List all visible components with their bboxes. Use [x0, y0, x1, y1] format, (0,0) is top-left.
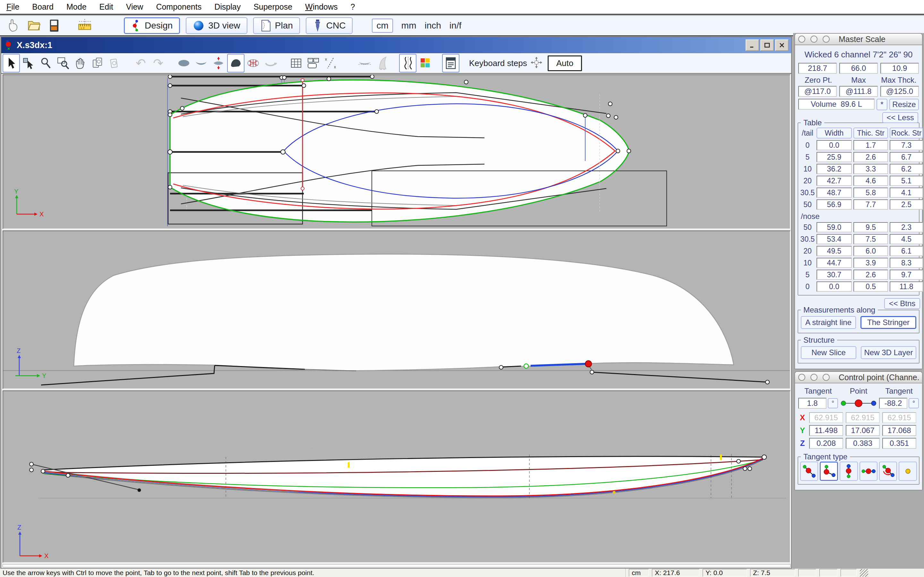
select-points-tool[interactable] — [20, 54, 37, 73]
save-icon[interactable] — [44, 17, 65, 35]
width-cell[interactable]: 0.0 — [817, 140, 852, 150]
rocker-view-tool[interactable] — [356, 54, 373, 73]
panel-toggle-tool[interactable] — [442, 54, 459, 73]
rock-cell[interactable]: 6.7 — [890, 152, 923, 162]
windows-layout-tool[interactable] — [305, 54, 322, 73]
menu-superpose[interactable]: Superpose — [254, 2, 292, 11]
flip-view-tool[interactable] — [262, 54, 279, 73]
tangent-type-continuous-button[interactable] — [800, 462, 818, 481]
unit-mm[interactable]: mm — [401, 21, 417, 31]
menu-edit[interactable]: Edit — [99, 2, 113, 11]
outline-view-tool[interactable] — [175, 54, 192, 73]
open-folder-icon[interactable] — [24, 17, 44, 35]
select-tool[interactable] — [3, 54, 20, 73]
thic-cell[interactable]: 4.6 — [853, 176, 888, 186]
max-field[interactable]: @111.8 — [839, 86, 878, 97]
thickness-field[interactable]: 10.9 — [880, 63, 919, 74]
rock-cell[interactable]: 11.8 — [890, 282, 923, 292]
measure-tool[interactable]: xx — [322, 54, 339, 73]
y-tangent-right-field[interactable]: 17.068 — [882, 425, 916, 436]
y-point-field[interactable]: 17.067 — [846, 425, 880, 436]
thic-cell[interactable]: 5.8 — [853, 187, 888, 198]
new-slice-button[interactable]: New Slice — [801, 346, 856, 359]
pan-tool[interactable] — [72, 54, 89, 73]
less-button[interactable]: << Less — [882, 112, 918, 123]
menu-mode[interactable]: Mode — [66, 2, 87, 11]
menu-file[interactable]: File — [6, 2, 19, 11]
rocker-view-panel[interactable]: Z X — [3, 390, 790, 563]
tangent-left-field[interactable]: 1.8 — [798, 398, 827, 409]
colors-tool[interactable] — [417, 54, 434, 73]
col-rock-button[interactable]: Rock. Str — [890, 127, 923, 139]
col-thic-button[interactable]: Thic. Str — [853, 127, 888, 139]
star-button[interactable]: * — [877, 99, 887, 110]
rock-cell[interactable]: 9.7 — [890, 269, 923, 280]
width-cell[interactable]: 36.2 — [817, 164, 852, 174]
control-point-titlebar[interactable]: Control point (Channe... — [795, 372, 922, 384]
table-tool[interactable] — [288, 54, 305, 73]
length-field[interactable]: 218.7 — [798, 63, 837, 74]
rock-cell[interactable]: 4.5 — [890, 234, 923, 244]
thic-cell[interactable]: 1.7 — [853, 140, 888, 150]
window-dot[interactable] — [798, 374, 805, 381]
undo-tool[interactable]: ↶ — [132, 54, 150, 73]
design-mode-button[interactable]: Design — [124, 17, 180, 34]
menu-board[interactable]: Board — [32, 2, 53, 11]
thic-cell[interactable]: 2.6 — [853, 269, 888, 280]
z-tangent-left-field[interactable]: 0.208 — [809, 438, 843, 449]
cnc-mode-button[interactable]: CNC — [306, 17, 353, 34]
width-cell[interactable]: 59.0 — [817, 222, 852, 232]
zero-pt-field[interactable]: @117.0 — [798, 86, 837, 97]
width-cell[interactable]: 42.7 — [817, 176, 852, 186]
close-button[interactable] — [775, 39, 788, 51]
z-point-field[interactable]: 0.383 — [846, 438, 880, 449]
fin-tool[interactable] — [373, 54, 391, 73]
maximize-button[interactable] — [760, 39, 774, 51]
pointer-hand-icon[interactable] — [3, 17, 24, 35]
width-cell[interactable]: 56.9 — [817, 199, 852, 210]
width-cell[interactable]: 49.5 — [817, 246, 852, 256]
menu-windows[interactable]: Windows — [305, 2, 338, 11]
thic-cell[interactable]: 0.5 — [853, 282, 888, 292]
rock-cell[interactable]: 6.1 — [890, 246, 923, 256]
ruler-icon[interactable]: 1 0 — [74, 17, 95, 35]
paste-view-tool[interactable] — [107, 54, 124, 73]
unit-inch[interactable]: inch — [425, 21, 441, 31]
window-dot[interactable] — [811, 35, 817, 43]
curvature-tool[interactable] — [399, 54, 417, 73]
auto-button[interactable]: Auto — [548, 55, 582, 71]
redo-tool[interactable]: ↷ — [150, 54, 167, 73]
slice-view-panel[interactable]: Z Y — [3, 230, 790, 389]
rock-cell[interactable]: 6.2 — [890, 164, 923, 174]
thic-cell[interactable]: 2.6 — [853, 152, 888, 162]
width-cell[interactable]: 48.7 — [817, 187, 852, 198]
width-cell[interactable]: 30.7 — [817, 269, 852, 280]
tangent-right-field[interactable]: -88.2 — [879, 398, 907, 409]
y-tangent-left-field[interactable]: 11.498 — [809, 425, 843, 436]
zoom-window-tool[interactable] — [55, 54, 72, 73]
max-thick-field[interactable]: @125.0 — [880, 86, 919, 97]
master-scale-titlebar[interactable]: Master Scale — [795, 34, 922, 45]
z-tangent-right-field[interactable]: 0.351 — [882, 438, 916, 449]
outline-view-panel[interactable]: Y X — [3, 74, 790, 229]
stringer-button[interactable]: The Stringer — [861, 316, 916, 329]
degree-right-button[interactable]: ° — [909, 398, 919, 408]
rock-cell[interactable]: 7.3 — [890, 140, 923, 150]
tangent-type-vertical-button[interactable] — [840, 462, 858, 481]
thickness-view-tool[interactable] — [210, 54, 227, 73]
tangent-type-angle-button[interactable] — [879, 462, 897, 481]
thic-cell[interactable]: 6.0 — [853, 246, 888, 256]
rock-cell[interactable]: 2.3 — [890, 222, 923, 232]
x-tangent-right-field[interactable]: 62.915 — [882, 412, 916, 423]
tangent-type-point-only-button[interactable] — [899, 462, 917, 481]
thic-cell[interactable]: 7.5 — [853, 234, 888, 244]
thic-cell[interactable]: 3.3 — [853, 164, 888, 174]
width-field[interactable]: 66.0 — [839, 63, 878, 74]
straight-line-button[interactable]: A straight line — [801, 316, 856, 329]
plan-view-tool[interactable] — [227, 54, 244, 73]
resize-button[interactable]: Resize — [889, 99, 919, 110]
menu-help[interactable]: ? — [351, 2, 355, 11]
thic-cell[interactable]: 3.9 — [853, 258, 888, 268]
menu-components[interactable]: Components — [156, 2, 202, 11]
tangent-type-horizontal-button[interactable] — [859, 462, 877, 481]
